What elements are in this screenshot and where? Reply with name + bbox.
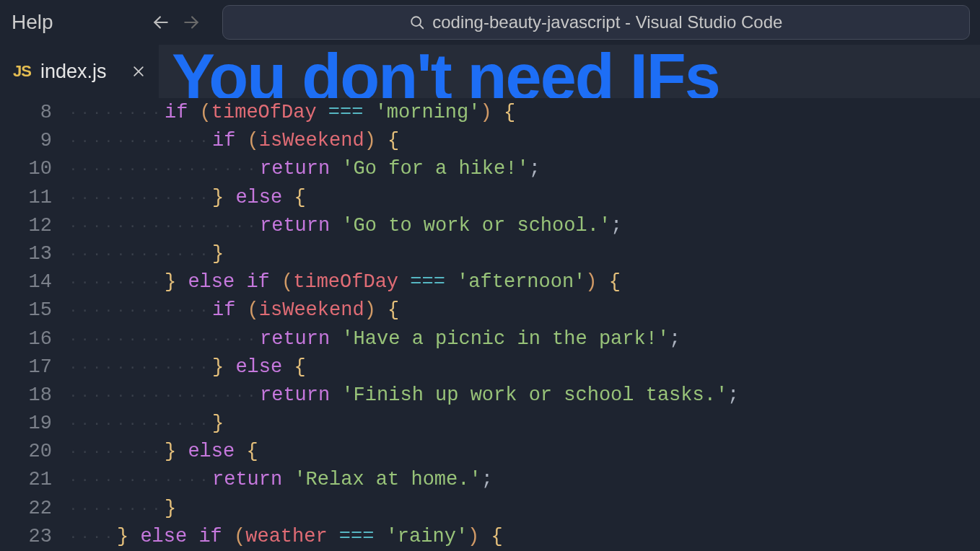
line-number: 23 [0, 523, 69, 551]
js-file-icon: JS [13, 62, 31, 81]
code-line[interactable]: 18return 'Finish up work or school tasks… [0, 382, 980, 410]
code-content: if (isWeekend) { [212, 127, 399, 155]
code-line[interactable]: 21return 'Relax at home.'; [0, 466, 980, 494]
indent-guides [69, 184, 212, 212]
indent-guides [69, 325, 260, 353]
indent-guides [69, 127, 212, 155]
code-line[interactable]: 10return 'Go for a hike!'; [0, 155, 980, 183]
code-line[interactable]: 16return 'Have a picnic in the park!'; [0, 325, 980, 353]
code-content: } else { [212, 353, 306, 382]
code-content: } [212, 410, 224, 438]
code-line[interactable]: 14} else if (timeOfDay === 'afternoon') … [0, 268, 980, 296]
line-number: 18 [0, 382, 69, 410]
tab-label: index.js [40, 61, 107, 83]
code-content: } [212, 240, 224, 268]
tab-close-button[interactable] [128, 61, 149, 81]
line-number: 11 [0, 184, 69, 212]
indent-guides [69, 155, 260, 183]
line-number: 20 [0, 438, 69, 466]
code-line[interactable]: 12return 'Go to work or school.'; [0, 212, 980, 240]
code-content: } [165, 495, 176, 523]
indent-guides [69, 99, 165, 127]
code-line[interactable]: 20} else { [0, 438, 980, 466]
code-line[interactable]: 11} else { [0, 184, 980, 212]
code-content: return 'Go for a hike!'; [260, 155, 541, 183]
indent-guides [69, 296, 212, 325]
code-line[interactable]: 13} [0, 240, 980, 268]
line-number: 10 [0, 155, 69, 183]
code-content: } else { [212, 184, 306, 212]
nav-forward-button[interactable] [176, 7, 206, 38]
indent-guides [69, 523, 117, 551]
code-line[interactable]: 8if (timeOfDay === 'morning') { [0, 99, 980, 127]
indent-guides [69, 212, 260, 240]
indent-guides [69, 410, 212, 438]
code-line[interactable]: 22} [0, 495, 980, 523]
code-content: } else { [165, 438, 258, 466]
tab-bar: JS index.js You don't need IFs [0, 45, 980, 98]
indent-guides [69, 495, 165, 523]
code-content: return 'Finish up work or school tasks.'… [260, 382, 739, 410]
nav-back-button[interactable] [146, 7, 176, 38]
svg-line-3 [420, 25, 424, 29]
line-number: 17 [0, 353, 69, 382]
indent-guides [69, 268, 165, 296]
line-number: 16 [0, 325, 69, 353]
line-number: 19 [0, 410, 69, 438]
top-bar: Help coding-beauty-javascript - Visual S… [0, 0, 980, 45]
command-center-text: coding-beauty-javascript - Visual Studio… [432, 12, 782, 32]
code-line[interactable]: 9if (isWeekend) { [0, 127, 980, 155]
search-icon [409, 14, 425, 30]
line-number: 12 [0, 212, 69, 240]
line-number: 21 [0, 466, 69, 494]
line-number: 13 [0, 240, 69, 268]
close-icon [131, 64, 146, 79]
line-number: 8 [0, 99, 69, 127]
command-center[interactable]: coding-beauty-javascript - Visual Studio… [222, 5, 970, 40]
indent-guides [69, 240, 212, 268]
indent-guides [69, 353, 212, 382]
nav-arrows [146, 7, 206, 38]
code-line[interactable]: 19} [0, 410, 980, 438]
arrow-left-icon [152, 13, 170, 32]
code-content: } else if (weather === 'rainy') { [117, 523, 503, 551]
code-line[interactable]: 15if (isWeekend) { [0, 296, 980, 325]
line-number: 9 [0, 127, 69, 155]
code-content: return 'Relax at home.'; [212, 466, 493, 494]
indent-guides [69, 438, 165, 466]
arrow-right-icon [182, 13, 201, 32]
code-content: return 'Go to work or school.'; [260, 212, 622, 240]
code-content: return 'Have a picnic in the park!'; [260, 325, 681, 353]
indent-guides [69, 382, 260, 410]
code-line[interactable]: 23} else if (weather === 'rainy') { [0, 523, 980, 551]
line-number: 14 [0, 268, 69, 296]
indent-guides [69, 466, 212, 494]
code-content: } else if (timeOfDay === 'afternoon') { [165, 268, 621, 296]
line-number: 15 [0, 296, 69, 325]
menu-help[interactable]: Help [4, 6, 61, 38]
code-content: if (isWeekend) { [212, 296, 399, 325]
line-number: 22 [0, 495, 69, 523]
code-line[interactable]: 17} else { [0, 353, 980, 382]
code-editor[interactable]: 8if (timeOfDay === 'morning') {9if (isWe… [0, 98, 980, 551]
code-content: if (timeOfDay === 'morning') { [165, 99, 515, 127]
editor-tab-index-js[interactable]: JS index.js [0, 45, 159, 98]
